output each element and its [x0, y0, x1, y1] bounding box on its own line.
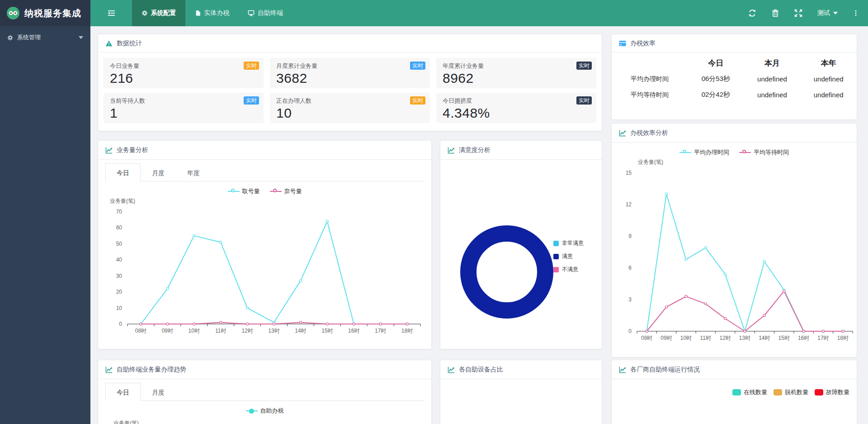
tab-today[interactable]: 今日 [105, 163, 141, 181]
refresh-button[interactable] [748, 9, 756, 17]
legend-swatch-icon [732, 389, 741, 395]
stat-card-month-volume: 月度累计业务量 3682 实时 [270, 58, 430, 88]
svg-text:30: 30 [116, 273, 123, 279]
tab-system-config[interactable]: 系统配置 [132, 0, 185, 26]
stat-card-grid: 今日业务量 216 实时 月度累计业务量 3682 实时 年度累计业务量 896… [98, 52, 602, 129]
stat-card-year-volume: 年度累计业务量 8962 实时 [436, 58, 596, 88]
chevron-down-icon [79, 36, 83, 39]
legend-label: 弃号量 [284, 187, 302, 195]
panel-title: 自助终端业务量办理趋势 [117, 366, 186, 374]
svg-text:09时: 09时 [162, 328, 173, 334]
stat-value: 3682 [276, 71, 424, 86]
legend-label: 满意 [562, 252, 573, 260]
stat-card-today-volume: 今日业务量 216 实时 [104, 58, 264, 88]
svg-text:14时: 14时 [759, 335, 770, 341]
svg-text:11时: 11时 [700, 335, 711, 341]
status-badge: 实时 [576, 96, 592, 105]
trash-button[interactable] [771, 9, 779, 17]
legend-item-unsatisfied[interactable]: 不满意 [553, 263, 584, 276]
legend-item-abandon-number[interactable]: 弃号量 [270, 187, 302, 195]
legend-item-self-service-tax[interactable]: 自助办税 [246, 407, 284, 415]
svg-text:60: 60 [116, 224, 123, 231]
stat-value: 216 [110, 71, 257, 86]
legend-item-avg-waiting-time[interactable]: 平均等待时间 [739, 148, 789, 157]
panel-title: 业务量分析 [117, 146, 148, 154]
svg-text:18时: 18时 [837, 335, 849, 341]
stat-label: 当前等待人数 [110, 97, 257, 105]
tab-entity-tax[interactable]: 实体办税 [185, 0, 239, 26]
svg-text:17时: 17时 [817, 335, 829, 341]
volume-chart-legend: 取号量 弃号量 [98, 187, 431, 195]
svg-text:12: 12 [626, 201, 632, 208]
legend-item-very-satisfied[interactable]: 非常满意 [553, 237, 584, 250]
legend-item-online-count[interactable]: 在线数量 [732, 388, 767, 396]
svg-text:15时: 15时 [321, 328, 333, 334]
column-header: 本月 [744, 55, 801, 71]
svg-text:13时: 13时 [739, 335, 750, 341]
legend-item-take-number[interactable]: 取号量 [228, 187, 260, 195]
main-content: 数据统计 今日业务量 216 实时 月度累计业务量 3682 实时 年度累计业务… [90, 26, 868, 424]
svg-text:业务量(笔): 业务量(笔) [110, 198, 135, 204]
stat-label: 正在办理人数 [276, 97, 424, 105]
svg-text:50: 50 [116, 241, 123, 247]
legend-item-offline-count[interactable]: 脱机数量 [774, 388, 808, 396]
tab-today[interactable]: 今日 [105, 383, 141, 401]
cell-value: undefined [800, 71, 857, 87]
gear-icon [142, 10, 148, 16]
row-label: 平均等待时间 [612, 87, 688, 103]
panel-title: 满意度分析 [459, 146, 491, 154]
line-chart-icon [448, 147, 455, 154]
kebab-menu-button[interactable] [853, 9, 859, 17]
line-chart-icon [448, 366, 455, 373]
stat-value: 8962 [443, 71, 590, 86]
chevron-down-icon [833, 12, 838, 14]
column-header: 今日 [688, 55, 744, 71]
volume-tabbar: 今日 月度 年度 [105, 163, 424, 181]
stat-value: 4.348% [443, 105, 590, 121]
column-header: 本年 [800, 55, 857, 71]
app-title: 纳税服务集成 [24, 7, 81, 19]
tab-monthly[interactable]: 月度 [141, 383, 176, 401]
panel-efficiency-analysis: 办税效率分析 平均办理时间 平均等待时间 业务量(笔)0369121508时09… [611, 123, 857, 357]
svg-text:09时: 09时 [660, 335, 672, 341]
table-card-icon [619, 40, 626, 47]
stat-card-processing-count: 正在办理人数 10 实时 [270, 93, 430, 123]
cell-value: undefined [744, 71, 801, 87]
efficiency-line-chart: 业务量(笔)0369121508时09时10时11时12时13时14时15时16… [612, 157, 857, 351]
svg-text:12时: 12时 [241, 328, 253, 334]
sidebar-toggle-button[interactable] [90, 0, 132, 26]
svg-text:08时: 08时 [135, 328, 146, 334]
tab-self-service-terminal[interactable]: 自助终端 [239, 0, 292, 26]
svg-text:16时: 16时 [348, 328, 359, 334]
svg-text:13时: 13时 [268, 328, 279, 334]
outdent-icon [108, 10, 115, 17]
sidebar-item-system-management[interactable]: 系统管理 [0, 26, 90, 49]
legend-item-avg-processing-time[interactable]: 平均办理时间 [679, 148, 729, 157]
user-name: 测试 [817, 9, 830, 17]
tab-label: 自助终端 [258, 9, 283, 17]
svg-text:70: 70 [116, 209, 123, 215]
legend-item-satisfied[interactable]: 满意 [553, 250, 584, 263]
stat-card-congestion: 今日拥挤度 4.348% 实时 [436, 93, 596, 123]
legend-label: 自助办税 [260, 407, 284, 415]
trend-chart-legend: 自助办税 [98, 407, 431, 415]
efficiency-chart-legend: 平均办理时间 平均等待时间 [612, 148, 857, 157]
tab-monthly[interactable]: 月度 [141, 163, 176, 181]
stat-label: 今日拥挤度 [443, 97, 590, 105]
line-marker-icon [679, 150, 691, 155]
panel-volume-analysis: 业务量分析 今日 月度 年度 取号量 弃号量 业务量(笔) [98, 140, 432, 349]
line-chart-icon [619, 129, 626, 137]
svg-text:3: 3 [628, 296, 632, 303]
tab-label: 实体办税 [204, 9, 230, 17]
tab-yearly[interactable]: 年度 [176, 163, 211, 181]
fullscreen-button[interactable] [794, 9, 802, 17]
legend-item-fault-count[interactable]: 故障数量 [815, 388, 849, 396]
user-menu[interactable]: 测试 [817, 9, 838, 17]
svg-text:40: 40 [116, 257, 123, 263]
stat-card-waiting-count: 当前等待人数 1 实时 [104, 93, 264, 123]
svg-text:15时: 15时 [778, 335, 790, 341]
line-marker-icon [228, 189, 240, 194]
legend-label: 不满意 [562, 266, 578, 273]
legend-label: 取号量 [242, 187, 260, 195]
panel-title: 办税效率分析 [630, 129, 668, 137]
